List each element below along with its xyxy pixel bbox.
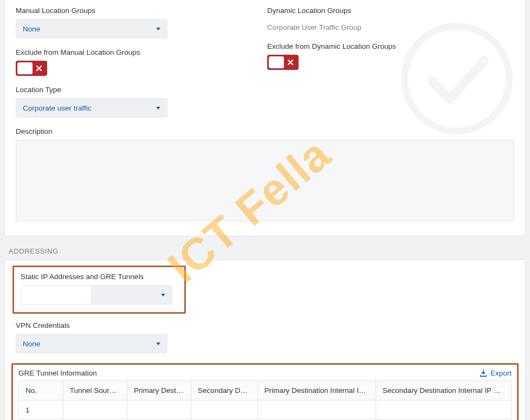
vpn-credentials-label: VPN Credentials [16, 321, 514, 329]
cell-primary-internal [257, 400, 376, 420]
static-ip-highlight: Static IP Addresses and GRE Tunnels [12, 266, 186, 314]
static-ip-label: Static IP Addresses and GRE Tunnels [21, 273, 178, 281]
col-tunnel-source: Tunnel Source IP [63, 381, 127, 400]
exclude-dynamic-label: Exclude from Dynamic Location Groups [267, 42, 514, 50]
exclude-manual-toggle[interactable] [16, 61, 47, 76]
cell-secondary-dest [191, 400, 258, 420]
description-textarea[interactable] [16, 140, 514, 221]
exclude-dynamic-toggle[interactable] [267, 55, 299, 70]
static-ip-select[interactable] [21, 285, 172, 305]
manual-location-groups-label: Manual Location Groups [16, 7, 263, 15]
dynamic-location-groups-value: Corporate User Traffic Group [267, 23, 361, 31]
addressing-heading: ADDRESSING [9, 247, 530, 255]
manual-location-groups-select[interactable]: None [16, 19, 167, 38]
gre-table-highlight: GRE Tunnel Information Export No. Tunnel… [11, 363, 519, 420]
close-icon [33, 65, 46, 72]
cell-secondary-internal [376, 400, 511, 420]
location-type-select[interactable]: Corporate user traffic [16, 98, 167, 118]
static-ip-chip-area [21, 286, 91, 304]
chevron-down-icon [156, 343, 160, 345]
col-primary-internal: Primary Destination Internal IP Range [257, 381, 376, 400]
description-label: Description [16, 127, 514, 135]
table-row[interactable]: 1 [19, 400, 512, 420]
col-secondary-dest: Secondary Destination [191, 381, 258, 400]
location-type-label: Location Type [16, 86, 263, 94]
dynamic-location-groups-label: Dynamic Location Groups [267, 7, 514, 15]
gre-tunnel-table: No. Tunnel Source IP Primary Destination… [18, 380, 512, 420]
export-label: Export [490, 369, 512, 377]
toggle-knob [17, 62, 33, 74]
col-secondary-internal: Secondary Destination Internal IP Range [376, 381, 511, 400]
chevron-down-icon [156, 107, 160, 109]
col-primary-dest: Primary Destination [127, 381, 191, 400]
addressing-card: Static IP Addresses and GRE Tunnels VPN … [4, 260, 526, 420]
cell-primary-dest [127, 400, 191, 420]
exclude-manual-label: Exclude from Manual Location Groups [16, 48, 263, 56]
cell-tunnel-source [63, 400, 127, 420]
close-icon [284, 59, 297, 66]
chevron-down-icon [161, 294, 165, 296]
download-icon [480, 370, 487, 377]
col-no: No. [19, 381, 63, 400]
vpn-credentials-value: None [23, 340, 40, 348]
toggle-knob [269, 56, 284, 68]
location-type-value: Corporate user traffic [23, 104, 92, 112]
general-card: Manual Location Groups None Exclude from… [4, 0, 526, 236]
manual-location-groups-value: None [23, 25, 40, 33]
chevron-down-icon [156, 28, 160, 30]
gre-table-title: GRE Tunnel Information [18, 369, 97, 377]
export-button[interactable]: Export [480, 369, 512, 377]
cell-no: 1 [19, 400, 63, 420]
vpn-credentials-select[interactable]: None [16, 334, 167, 353]
table-header-row: No. Tunnel Source IP Primary Destination… [19, 381, 512, 400]
